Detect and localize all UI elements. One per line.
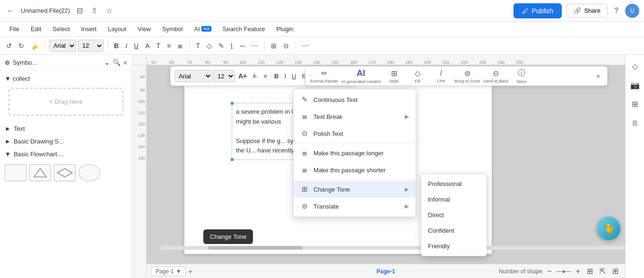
zoom-slider[interactable]: —●— (556, 268, 571, 275)
back-button[interactable]: ← (5, 5, 16, 17)
drag-here-area[interactable]: + Drag Here (9, 88, 123, 116)
font-color-button[interactable]: A (143, 41, 152, 51)
dot-line-button[interactable]: ⋯ (249, 41, 261, 51)
selection-handle-bl[interactable] (230, 158, 234, 161)
right-panel-style-button[interactable]: ◇ (627, 59, 643, 74)
ai-assistant-circle[interactable]: 🐈 (597, 217, 620, 240)
table-button[interactable]: ⊞ (269, 41, 279, 51)
menu-layout[interactable]: Layout (103, 24, 131, 34)
style-item[interactable]: ⊞ Style (383, 69, 404, 84)
menu-ai[interactable]: AI hot (189, 24, 216, 34)
float-increase-font-button[interactable]: A+ (236, 71, 249, 81)
cm-text-break[interactable]: ≣ Text Break ▶ (294, 108, 416, 125)
cm-polish-text[interactable]: ⊝ Polish Text (294, 125, 416, 142)
tone-direct[interactable]: Direct (421, 207, 487, 223)
font-size-select[interactable]: 12 (78, 40, 104, 52)
cm-shorter[interactable]: ≣ Make this passage shorter (294, 161, 416, 178)
float-font-select[interactable]: Arial (174, 70, 212, 82)
more-tools-button[interactable]: ⋯ (299, 41, 311, 51)
float-underline-button[interactable]: U (289, 71, 298, 81)
font-family-select[interactable]: Arial (49, 40, 76, 52)
menu-symbol[interactable]: Symbol (157, 24, 187, 34)
dash-line-button[interactable]: --- (237, 41, 247, 51)
sidebar-item-text[interactable]: ► Text (0, 122, 132, 135)
right-panel-list-button[interactable]: ≣ (627, 115, 643, 130)
sidebar-item-basic-drawing[interactable]: ► Basic Drawing S... (0, 135, 132, 148)
cm-change-tone[interactable]: ⊞ Change Tone ▶ (294, 181, 416, 198)
italic-button[interactable]: I (123, 41, 130, 51)
menu-file[interactable]: File (5, 24, 24, 34)
menu-plugin[interactable]: Plugin (271, 24, 298, 34)
add-page-button[interactable]: + (189, 268, 192, 275)
zoom-in-button[interactable]: + (574, 265, 582, 278)
sub-shape-2[interactable] (29, 164, 51, 181)
grid-button[interactable]: ⊞ (610, 265, 620, 278)
send-back-item[interactable]: ⊝ Send to Back (483, 69, 509, 84)
bold-button[interactable]: B (112, 41, 121, 51)
sub-shape-1[interactable] (5, 164, 26, 181)
line-tool-button[interactable]: ⌊ (228, 41, 235, 51)
redo-button[interactable]: ↻ (16, 41, 26, 51)
undo-button[interactable]: ↺ (4, 41, 14, 51)
fullscreen-button[interactable]: ⇱ (598, 265, 608, 278)
tone-confident[interactable]: Confident (421, 223, 487, 238)
collect-header[interactable]: ▼ collect (5, 73, 127, 84)
format-painter-item[interactable]: ✏ Format Painter (310, 69, 339, 84)
canvas-area[interactable]: 50 60 70 80 90 100 110 120 130 140 150 1… (132, 55, 625, 278)
tone-friendly[interactable]: Friendly (421, 238, 487, 254)
menu-view[interactable]: View (133, 24, 156, 34)
float-bold-button[interactable]: B (272, 71, 281, 81)
canvas-content[interactable]: a severe problem in launching successful… (147, 65, 625, 264)
change-tone-tooltip[interactable]: Change Tone (203, 229, 253, 244)
close-float-toolbar-button[interactable]: × (594, 71, 602, 81)
sidebar-search-button[interactable]: 🔍 (113, 59, 121, 66)
underline-button[interactable]: U (131, 41, 141, 51)
menu-edit[interactable]: Edit (26, 24, 46, 34)
float-size-select[interactable]: 12 (213, 70, 235, 82)
tone-informal[interactable]: Informal (421, 192, 487, 207)
ai-content-item[interactable]: AI AI generated content (341, 68, 381, 84)
horizontal-scrollbar[interactable] (161, 246, 625, 250)
star-button[interactable]: ☆ (104, 4, 114, 17)
help-button[interactable]: ? (612, 5, 620, 17)
publish-button[interactable]: 🖊 Publish (513, 3, 562, 18)
float-decrease-font-button[interactable]: A- (250, 72, 260, 80)
menu-select[interactable]: Select (48, 24, 74, 34)
cm-translate[interactable]: ⊜ Translate ▶ (294, 198, 416, 215)
more-item[interactable]: ⓘ More (511, 68, 532, 84)
text-tool-button[interactable]: T (193, 41, 202, 51)
export-button[interactable]: ⇧ (89, 4, 99, 17)
right-panel-attach-button[interactable]: 📷 (627, 77, 643, 93)
sidebar-collapse-button[interactable]: « (123, 59, 127, 66)
bring-front-item[interactable]: ⊜ Bring to Front (454, 69, 480, 84)
zoom-out-button[interactable]: − (545, 265, 553, 278)
cm-longer[interactable]: ≣ Make this passage longer (294, 144, 416, 161)
align-more-button[interactable]: ≣ (175, 41, 185, 51)
line-item[interactable]: / Line (431, 69, 452, 83)
avatar[interactable]: U (625, 4, 639, 18)
paint-button[interactable]: 🍌 (28, 41, 41, 51)
menu-search-feature[interactable]: Search Feature (218, 24, 270, 34)
tone-professional[interactable]: Professional (421, 176, 487, 192)
menu-insert[interactable]: Insert (77, 24, 102, 34)
share-button[interactable]: 🔗 Share (566, 4, 608, 17)
sub-shape-4[interactable] (78, 164, 100, 181)
right-panel-grid-button[interactable]: ⊞ (627, 96, 643, 111)
cm-continuous-text[interactable]: ✎ Continuous Text (294, 91, 416, 108)
float-italic-button[interactable]: I (282, 71, 288, 81)
selection-handle-tl[interactable] (230, 101, 234, 105)
align-button[interactable]: ≡ (165, 41, 173, 51)
sidebar-arrow-drawing-icon: ► (5, 138, 11, 145)
page-tab-1[interactable]: Page-1 ▼ (151, 267, 186, 276)
fit-button[interactable]: ⊞ (585, 265, 595, 278)
shape-tool-button[interactable]: ◇ (204, 41, 214, 51)
fill-item[interactable]: ◇ Fill (407, 69, 428, 84)
frame-button[interactable]: ⊝ (281, 41, 291, 51)
panel-toggle-button[interactable]: ⊟ (75, 4, 85, 17)
sub-shape-3[interactable] (54, 164, 76, 181)
baseline-button[interactable]: T (154, 41, 163, 51)
pen-tool-button[interactable]: ✎ (216, 41, 226, 51)
sidebar-item-basic-flowchart[interactable]: ▼ Basic Flowchart ... (0, 148, 132, 160)
horizontal-scroll-thumb[interactable] (208, 246, 303, 250)
float-align-button[interactable]: ≡ (261, 71, 270, 81)
